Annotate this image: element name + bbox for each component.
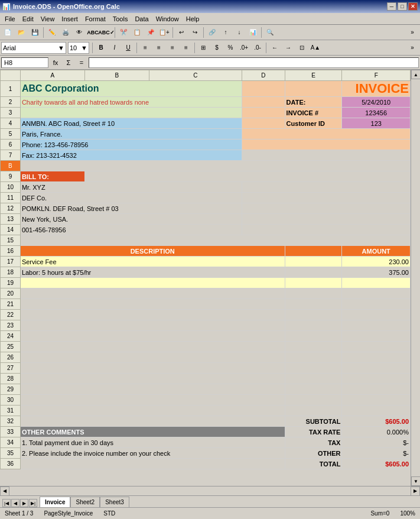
cell-reference-input[interactable] [1,57,48,68]
cell-e35[interactable]: OTHER [285,448,342,459]
menu-format[interactable]: Format [82,14,109,24]
cell-d11[interactable] [242,193,411,203]
save-button[interactable]: 💾 [28,26,41,39]
cell-a8[interactable] [20,161,410,171]
menu-edit[interactable]: Edit [19,14,37,24]
cell-f16[interactable]: AMOUNT [342,246,411,257]
cell-d1[interactable] [242,81,285,97]
open-button[interactable]: 📂 [15,26,28,39]
maximize-button[interactable]: □ [398,2,407,11]
sort-desc-button[interactable]: ↓ [233,26,246,39]
cell-e4[interactable]: Customer ID [285,118,342,129]
col-header-c[interactable]: C [149,70,242,81]
tab-sheet2[interactable]: Sheet2 [70,497,100,507]
cell-e16[interactable] [285,246,342,257]
cell-f4[interactable]: 123 [342,118,411,129]
edit-button[interactable]: ✏️ [45,26,58,39]
col-header-d[interactable]: D [242,70,285,81]
cell-a10[interactable]: Mr. XYZ [20,182,242,193]
cell-a13[interactable]: New York, USA. [20,214,242,225]
cell-d6[interactable] [242,140,411,150]
minimize-button[interactable]: ─ [387,2,396,11]
cell-a32[interactable] [20,416,285,427]
cell-a17[interactable]: Service Fee [20,257,285,267]
col-header-a[interactable]: A [20,70,84,81]
menu-insert[interactable]: Insert [58,14,82,24]
tab-next-button[interactable]: ▶ [20,499,28,507]
percent-button[interactable]: % [224,41,237,54]
cell-a16[interactable]: DESCRIPTION [20,246,285,257]
cell-f3[interactable]: 123456 [342,108,411,118]
cell-d3[interactable] [242,108,285,118]
cell-a9[interactable]: BILL TO: [20,171,84,182]
cell-e3[interactable]: INVOICE # [285,108,342,118]
cell-a2[interactable]: Charity towards all and hatred towards n… [20,97,242,108]
bg-color-button[interactable]: A▲ [309,41,322,54]
cell-a3[interactable] [20,108,242,118]
align-right-button[interactable]: ≡ [166,41,179,54]
spellcheck-button[interactable]: ABC [86,26,99,39]
chart-button[interactable]: 📊 [246,26,259,39]
col-header-f[interactable]: F [342,70,411,81]
menu-window[interactable]: Window [152,14,183,24]
currency-button[interactable]: $ [210,41,223,54]
cell-f17[interactable]: 230.00 [342,257,411,267]
close-button[interactable]: ✕ [408,2,418,11]
scroll-down-button[interactable]: ▼ [411,476,420,486]
cell-a11[interactable]: DEF Co. [20,193,242,203]
spellcheck2-button[interactable]: ABC✓ [100,26,113,39]
cell-b9[interactable] [84,171,410,182]
cut-button[interactable]: ✂️ [117,26,130,39]
menu-file[interactable]: File [1,14,19,24]
scroll-right-button[interactable]: ▶ [411,486,420,496]
cell-d7[interactable] [242,150,411,161]
remove-decimal-button[interactable]: .0- [251,41,264,54]
cell-d10[interactable] [242,182,411,193]
bold-button[interactable]: B [95,41,108,54]
cell-e1[interactable] [285,81,342,97]
find-button[interactable]: 🔍 [263,26,276,39]
paste-button[interactable]: 📌 [144,26,157,39]
cell-e18[interactable] [285,267,342,278]
tab-last-button[interactable]: ▶| [29,499,37,507]
undo-button[interactable]: ↩ [175,26,188,39]
cell-e32[interactable]: SUBTOTAL [285,416,342,427]
increase-indent-button[interactable]: → [282,41,295,54]
col-header-e[interactable]: E [285,70,342,81]
cell-a12[interactable]: POMKLN. DEF Road, Street # 03 [20,203,242,214]
cell-a14[interactable]: 001-456-78956 [20,225,242,235]
preview-button[interactable]: 👁 [73,26,86,39]
hyperlink-button[interactable]: 🔗 [206,26,219,39]
cell-f35[interactable]: $- [342,448,411,459]
justify-button[interactable]: ≡ [180,41,193,54]
cell-e36[interactable]: TOTAL [285,459,342,469]
menu-help[interactable]: Help [183,14,203,24]
cell-d12[interactable] [242,203,411,214]
tab-prev-button[interactable]: ◀ [11,499,19,507]
cell-f32[interactable]: $605.00 [342,416,411,427]
copy-button[interactable]: 📋 [131,26,144,39]
font-name-dropdown[interactable]: Arial ▼ [1,42,66,54]
cell-d13[interactable] [242,214,411,225]
merge-cells-button[interactable]: ⊞ [197,41,210,54]
cell-f1[interactable]: INVOICE [342,81,411,97]
paste-special-button[interactable]: 📋+ [158,26,171,39]
cell-d5[interactable] [242,129,411,140]
cell-a5[interactable]: Paris, France. [20,129,242,140]
scroll-track-v[interactable] [411,79,420,476]
scroll-up-button[interactable]: ▲ [411,70,420,79]
cell-f18[interactable]: 375.00 [342,267,411,278]
cell-a7[interactable]: Fax: 213-321-4532 [20,150,242,161]
underline-button[interactable]: U [122,41,135,54]
cell-a34[interactable]: 1. Total payment due in 30 days [20,437,285,448]
cell-a4[interactable]: ANMBN. ABC Road, Street # 10 [20,118,242,129]
cell-d2[interactable] [242,97,285,108]
redo-button[interactable]: ↪ [188,26,201,39]
cell-a1[interactable]: ABC Corporation [20,81,242,97]
cell-e17[interactable] [285,257,342,267]
cell-e34[interactable]: TAX [285,437,342,448]
col-header-b[interactable]: B [84,70,149,81]
formula-input[interactable] [89,57,419,68]
tab-invoice[interactable]: Invoice [40,497,70,507]
cell-f34[interactable]: $- [342,437,411,448]
